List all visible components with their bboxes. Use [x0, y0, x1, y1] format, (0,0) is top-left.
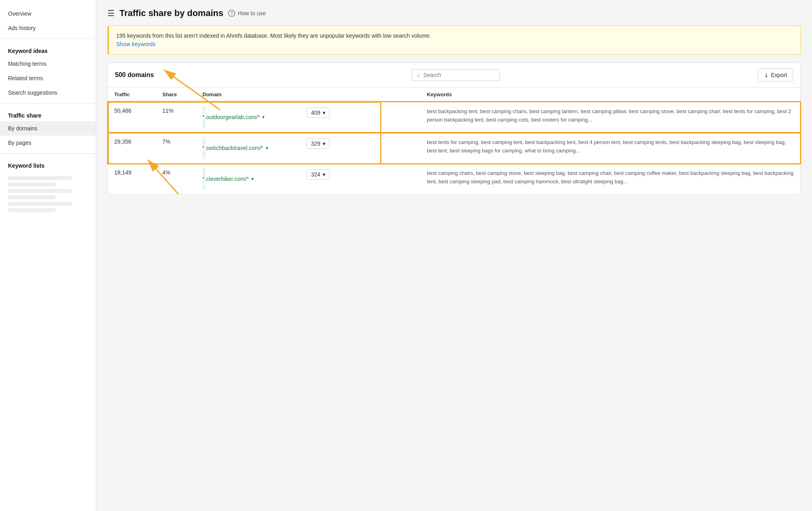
traffic-value-2: 29,356 [108, 133, 156, 164]
show-keywords-link[interactable]: Show keywords [116, 41, 156, 47]
domain-dropdown-3[interactable]: ▾ [251, 176, 254, 182]
keywords-badge-cell-3: 324 ▾ [300, 164, 420, 195]
keywords-badge-2[interactable]: 329 ▾ [307, 138, 330, 149]
sidebar-item-related-terms[interactable]: Related terms [0, 71, 96, 85]
domain-text-3: *.cleverhiker.com/* [202, 176, 249, 182]
sidebar-item-ads-history[interactable]: Ads history [0, 21, 96, 35]
domain-dropdown-2[interactable]: ▾ [266, 145, 268, 151]
keywords-badge-3[interactable]: 324 ▾ [307, 169, 330, 180]
sidebar-divider-1 [0, 39, 96, 39]
search-box[interactable]: ⌕ [412, 69, 500, 81]
sidebar-section-keyword-ideas: Keyword ideas [0, 42, 96, 57]
sidebar-divider-3 [0, 153, 96, 154]
keywords-badge-cell-1: 409 ▾ [300, 102, 420, 133]
sidebar-item-by-pages[interactable]: By pages [0, 136, 96, 150]
keywords-badge-arrow-2: ▾ [323, 140, 325, 147]
keywords-text-2: best tents for camping, best camping ten… [427, 139, 786, 154]
search-icon: ⌕ [417, 72, 420, 78]
sidebar: Overview Ads history Keyword ideas Match… [0, 0, 96, 511]
sidebar-section-keyword-lists: Keyword lists [0, 157, 96, 171]
help-icon: ? [228, 10, 235, 17]
domain-link-3[interactable]: *.cleverhiker.com/* ▾ [202, 176, 294, 182]
domain-value-2: *.switchbacktravel.com/* ▾ [196, 133, 300, 164]
keywords-text-cell-3: best camping chairs, best camping stove,… [420, 164, 800, 195]
hamburger-icon[interactable]: ☰ [107, 8, 115, 18]
domain-dropdown-1[interactable]: ▾ [262, 114, 265, 120]
sidebar-item-overview[interactable]: Overview [0, 6, 96, 21]
sidebar-divider-2 [0, 103, 96, 103]
main-content: ☰ Traffic share by domains ? How to use … [96, 0, 812, 511]
share-value-2: 7% [156, 133, 196, 164]
domain-value-3: *.cleverhiker.com/* ▾ [196, 164, 300, 195]
traffic-value-1: 50,486 [108, 102, 156, 133]
domain-text-1: *.outdoorgearlab.com/* [202, 114, 260, 120]
data-table: Traffic Share Domain Keywords 50,486 11% [108, 87, 800, 194]
keyword-list-blurred-items [0, 171, 96, 217]
table-row: 29,356 7% *.switchbacktravel.com/* ▾ [108, 133, 800, 164]
keywords-text-1: best backpacking tent, best camping chai… [427, 108, 791, 123]
how-to-use-button[interactable]: ? How to use [228, 10, 266, 17]
how-to-use-label: How to use [238, 10, 266, 16]
th-traffic: Traffic [108, 87, 156, 102]
export-icon: ⤓ [764, 72, 769, 78]
domain-text-2: *.switchbacktravel.com/* [202, 145, 263, 151]
keywords-count-3: 324 [311, 171, 320, 178]
alert-message: 195 keywords from this list aren't index… [116, 32, 431, 39]
keywords-text-cell-1: best backpacking tent, best camping chai… [420, 102, 800, 133]
search-input[interactable] [423, 72, 495, 78]
table-toolbar: 500 domains ⌕ ⤓ Export [108, 63, 800, 87]
share-value-1: 11% [156, 102, 196, 133]
sidebar-item-matching-terms[interactable]: Matching terms [0, 57, 96, 71]
export-label: Export [771, 72, 787, 78]
domain-link-1[interactable]: *.outdoorgearlab.com/* ▾ [202, 114, 294, 120]
table-row: 18,149 4% *.cleverhiker.com/* ▾ [108, 164, 800, 195]
share-value-3: 4% [156, 164, 196, 195]
table-row: 50,486 11% *.outdoorgearlab.com/* ▾ [108, 102, 800, 133]
sidebar-section-traffic-share: Traffic share [0, 107, 96, 121]
th-domain: Domain [196, 87, 300, 102]
domain-value-1: *.outdoorgearlab.com/* ▾ [196, 102, 300, 133]
keywords-badge-arrow-3: ▾ [323, 171, 325, 178]
keywords-text-3: best camping chairs, best camping stove,… [427, 170, 794, 185]
table-container: 500 domains ⌕ ⤓ Export Traffic Share Dom… [107, 63, 801, 195]
traffic-value-3: 18,149 [108, 164, 156, 195]
keywords-badge-arrow-1: ▾ [323, 110, 325, 116]
th-share: Share [156, 87, 196, 102]
keywords-badge-1[interactable]: 409 ▾ [307, 107, 330, 118]
keywords-text-cell-2: best tents for camping, best camping ten… [420, 133, 800, 164]
alert-banner: 195 keywords from this list aren't index… [107, 26, 801, 55]
th-keywords: Keywords [420, 87, 800, 102]
domain-count: 500 domains [115, 71, 154, 79]
page-header: ☰ Traffic share by domains ? How to use [107, 8, 801, 18]
page-title: Traffic share by domains [119, 8, 223, 18]
keywords-badge-cell-2: 329 ▾ [300, 133, 420, 164]
domain-link-2[interactable]: *.switchbacktravel.com/* ▾ [202, 145, 294, 151]
keywords-count-1: 409 [311, 110, 320, 116]
keywords-count-2: 329 [311, 140, 320, 147]
export-button[interactable]: ⤓ Export [758, 69, 793, 81]
sidebar-item-search-suggestions[interactable]: Search suggestions [0, 85, 96, 100]
sidebar-item-by-domains[interactable]: By domains [0, 121, 96, 136]
th-empty [300, 87, 420, 102]
